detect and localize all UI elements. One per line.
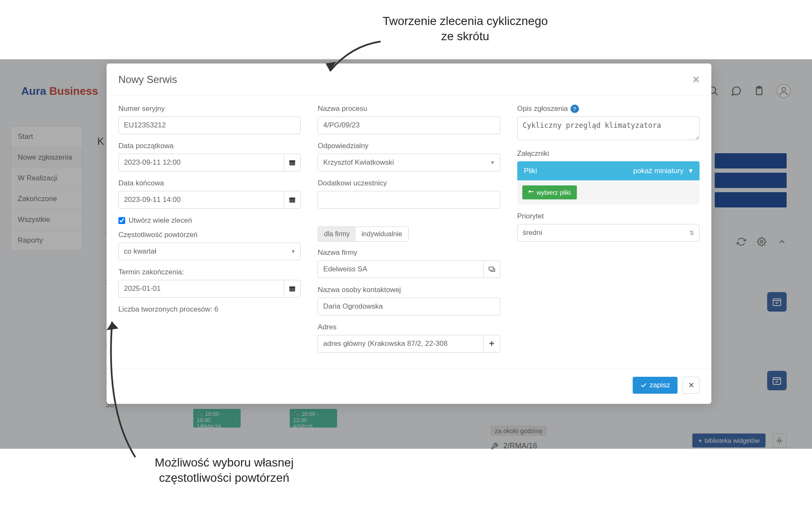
end-date-input[interactable] (118, 191, 284, 209)
annotation-bottom: Możliwość wyboru własnej częstotliwości … (123, 455, 326, 486)
freq-select[interactable] (118, 243, 301, 260)
add-address-button[interactable]: + (483, 335, 500, 353)
desc-textarea[interactable] (517, 116, 700, 140)
tab-individual[interactable]: indywidualnie (356, 227, 408, 241)
multi-checkbox-row[interactable]: Utwórz wiele zleceń (118, 216, 301, 225)
tab-for-company[interactable]: dla firmy (318, 227, 355, 241)
files-label: Pliki (524, 167, 537, 175)
col-middle: Nazwa procesu Odpowiedzialny ▼ Dodatkowi… (318, 105, 500, 360)
folder-open-icon (528, 190, 534, 196)
attach-body: wybierz pliki (517, 180, 700, 204)
freq-label: Częstotliwość powtórzeń (118, 231, 301, 239)
term-label: Termin zakończenia: (118, 268, 301, 276)
svg-rect-17 (489, 267, 494, 271)
modal-footer: zapisz ✕ (107, 369, 711, 404)
modal-new-service: Nowy Serwis × Numer seryjny Data początk… (107, 64, 711, 404)
extra-input[interactable] (318, 191, 500, 209)
resp-label: Odpowiedzialny (318, 142, 500, 150)
modal-body: Numer seryjny Data początkowa Data końco… (107, 96, 711, 364)
close-button[interactable]: × (693, 73, 700, 86)
term-input[interactable] (118, 280, 284, 298)
svg-rect-16 (290, 287, 296, 288)
contact-input[interactable] (318, 298, 500, 315)
extra-label: Dodatkowi uczestnicy (318, 179, 500, 188)
multi-label: Utwórz wiele zleceń (129, 216, 192, 225)
choose-files-button[interactable]: wybierz pliki (522, 185, 577, 199)
cancel-button[interactable]: ✕ (683, 377, 700, 394)
serial-input[interactable] (118, 116, 301, 134)
thumb-toggle[interactable]: pokaż miniatury ▾ (633, 166, 693, 175)
help-icon[interactable]: ? (571, 105, 579, 113)
modal-title: Nowy Serwis (118, 74, 177, 86)
check-icon (640, 382, 647, 389)
calendar-icon[interactable] (284, 191, 301, 209)
company-picker-icon[interactable] (483, 260, 500, 278)
col-left: Numer seryjny Data początkowa Data końco… (118, 105, 301, 360)
attach-header[interactable]: Pliki pokaż miniatury ▾ (517, 161, 700, 180)
chevron-down-icon: ▾ (689, 167, 693, 175)
prio-label: Priorytet (517, 212, 700, 221)
modal-header: Nowy Serwis × (107, 64, 711, 96)
proc-label: Nazwa procesu (318, 105, 500, 113)
multi-checkbox[interactable] (118, 217, 125, 224)
annotation-top: Tworzenie zlecenia cyklicznego ze skrótu (381, 14, 550, 44)
start-date-input[interactable] (118, 154, 284, 171)
svg-rect-14 (290, 198, 296, 199)
resp-select[interactable] (318, 154, 500, 171)
start-date-label: Data początkowa (118, 142, 301, 150)
company-label: Nazwa firmy (318, 248, 500, 257)
client-type-tabs: dla firmy indywidualnie (318, 226, 409, 242)
prio-select[interactable] (517, 224, 700, 242)
company-input[interactable] (318, 260, 483, 278)
serial-label: Numer seryjny (118, 105, 301, 113)
desc-label: Opis zgłoszenia ? (517, 105, 700, 113)
save-button[interactable]: zapisz (633, 377, 678, 394)
contact-label: Nazwa osoby kontaktowej (318, 286, 500, 294)
svg-rect-12 (290, 160, 296, 162)
end-date-label: Data końcowa (118, 179, 301, 188)
process-count-text: Liczba tworzonych procesów: 6 (118, 305, 301, 314)
calendar-icon[interactable] (284, 154, 301, 171)
calendar-icon[interactable] (284, 280, 301, 298)
proc-input[interactable] (318, 116, 500, 134)
addr-label: Adres (318, 323, 500, 331)
attach-label: Załączniki (517, 149, 700, 158)
col-right: Opis zgłoszenia ? Załączniki Pliki pokaż… (517, 105, 700, 360)
addr-input[interactable] (318, 335, 483, 353)
